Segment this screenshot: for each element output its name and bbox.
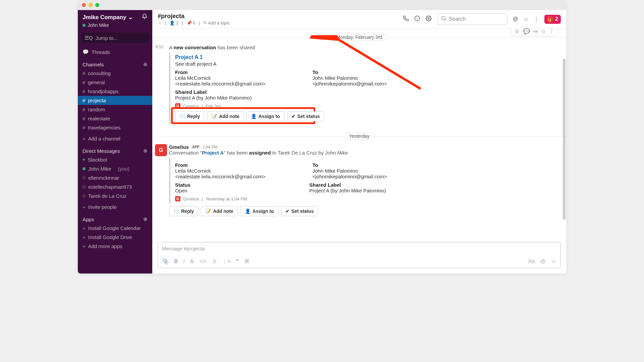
from-email: <realestate.leila.mccornick@gmail.com> xyxy=(175,174,266,179)
thread-reply-icon[interactable]: 💬 xyxy=(523,28,530,35)
dm-item[interactable]: ♥Slackbot xyxy=(78,155,152,164)
reply-button[interactable]: ✉️Reply xyxy=(169,206,198,216)
scrollbar[interactable] xyxy=(563,59,566,220)
more-actions-icon[interactable]: ⋮ xyxy=(549,28,554,35)
dm-item[interactable]: John Mike (you) xyxy=(78,164,152,173)
emoji-compose-icon[interactable]: ☺ xyxy=(551,258,556,264)
bookmark-icon[interactable]: ☆ xyxy=(541,28,546,35)
button-label: Assign to xyxy=(259,114,280,119)
star-icon[interactable]: ☆ xyxy=(158,20,162,25)
sidebar-channel[interactable]: general xyxy=(78,78,152,87)
app-label: Install Google Drive xyxy=(83,234,132,240)
message-attachment: Project A 1 See draft project A From Lei… xyxy=(169,53,444,124)
info-icon[interactable] xyxy=(414,15,420,23)
edit-topic-icon[interactable]: ✎ Add a topic xyxy=(203,20,230,25)
members-icon[interactable]: 👤 2 xyxy=(169,20,178,25)
call-icon[interactable] xyxy=(403,15,409,23)
add-app-icon[interactable]: ⊕ xyxy=(143,216,148,222)
add-note-button[interactable]: 📝Add note xyxy=(207,111,244,121)
dm-you-label: (you) xyxy=(118,166,129,172)
invite-people-item[interactable]: Invite people xyxy=(78,202,152,212)
code-icon[interactable]: </> xyxy=(199,258,207,264)
message-author: Gmelius xyxy=(169,144,189,150)
jump-to-input[interactable]: ☰Q Jump to... xyxy=(81,33,149,43)
set-status-button[interactable]: ✔Set status xyxy=(281,206,318,216)
sidebar-channel[interactable]: travelagencies xyxy=(78,123,152,132)
gift-icon: 🎁 xyxy=(547,16,554,22)
format-icon[interactable]: Aa xyxy=(528,258,535,264)
sidebar-channel[interactable]: realestate xyxy=(78,114,152,123)
ordered-list-icon[interactable]: ≣ xyxy=(212,258,217,264)
reply-button[interactable]: ✉️Reply xyxy=(175,111,204,121)
set-status-button[interactable]: ✔Set status xyxy=(287,111,324,121)
sidebar-channel[interactable]: hrandjobapps xyxy=(78,87,152,96)
channel-title: #projecta xyxy=(158,13,230,20)
maximize-window-button[interactable] xyxy=(95,3,99,7)
threads-icon: 💬 xyxy=(83,49,89,55)
dm-item[interactable]: ellenmckinnar xyxy=(78,173,152,182)
add-channel-item[interactable]: Add a channel xyxy=(78,134,152,143)
workspace-name: Jmike Company xyxy=(83,14,126,21)
note-icon: 📝 xyxy=(205,208,211,214)
members-count: 2 xyxy=(176,20,178,25)
strike-icon[interactable]: S xyxy=(190,258,194,264)
codeblock-icon[interactable]: ⌘ xyxy=(244,258,250,264)
search-input[interactable]: Search xyxy=(437,13,507,25)
threads-item[interactable]: 💬 Threads xyxy=(78,47,152,57)
add-note-button[interactable]: 📝Add note xyxy=(201,206,238,216)
presence-dot-icon xyxy=(83,194,86,197)
attachment-subtitle: See draft project A xyxy=(175,61,444,67)
assign-to-button[interactable]: 👤Assign to xyxy=(240,206,278,216)
email-icon: ✉️ xyxy=(179,114,185,119)
emoji-react-icon[interactable]: ☺ xyxy=(515,28,520,35)
assign-to-button[interactable]: 👤Assign to xyxy=(247,111,284,121)
attachment-title-link[interactable]: Project A 1 xyxy=(175,54,444,60)
status-label: Status xyxy=(175,182,262,188)
message-composer[interactable]: Message #projecta 📎 B I S </> ≣ ⋮≡ ❝ ⌘ xyxy=(158,242,561,268)
composer-placeholder: Message #projecta xyxy=(162,246,556,251)
apps-section-header[interactable]: Apps ⊕ xyxy=(78,212,152,224)
mention-compose-icon[interactable]: @ xyxy=(540,258,545,264)
app-item[interactable]: Add more apps xyxy=(78,242,152,251)
share-icon[interactable]: ⇨ xyxy=(533,28,538,35)
add-channel-icon[interactable]: ⊕ xyxy=(143,61,148,67)
dm-section-header[interactable]: Direct Messages ⊕ xyxy=(78,143,152,155)
app-item[interactable]: Install Google Calendar xyxy=(78,224,152,233)
chevron-down-icon: ⌄ xyxy=(128,14,133,21)
bell-icon[interactable] xyxy=(142,13,148,21)
star-header-icon[interactable]: ☆ xyxy=(524,16,528,22)
messages-list: ☺ 💬 ⇨ ☆ ⋮ Monday, February 3rd 6:52 A ne… xyxy=(152,28,566,242)
search-placeholder: Search xyxy=(449,16,466,22)
dm-item[interactable]: Tarek de La Cruz xyxy=(78,191,152,200)
button-label: Set status xyxy=(298,114,320,119)
sidebar-channel[interactable]: consulting xyxy=(78,69,152,78)
channels-section-header[interactable]: Channels ⊕ xyxy=(78,57,152,69)
pins-count: 0 xyxy=(193,20,195,25)
conversation-link[interactable]: Project A xyxy=(202,150,224,156)
bold-icon[interactable]: B xyxy=(174,258,178,264)
sidebar-channel[interactable]: random xyxy=(78,105,152,114)
presence-dot-icon xyxy=(83,24,86,27)
gift-button[interactable]: 🎁 2 xyxy=(544,15,561,24)
to-name: John Mike Palomino xyxy=(313,168,387,174)
close-window-button[interactable] xyxy=(82,3,86,7)
attach-icon[interactable]: 📎 xyxy=(162,258,169,264)
add-dm-icon[interactable]: ⊕ xyxy=(143,148,148,154)
italic-icon[interactable]: I xyxy=(183,258,185,264)
pins-icon[interactable]: 📌 0 xyxy=(186,20,196,25)
mention-icon[interactable]: @ xyxy=(513,16,518,22)
gear-icon[interactable] xyxy=(426,15,432,23)
message-text: Conversation "Project A" has been assign… xyxy=(169,150,553,156)
bullet-list-icon[interactable]: ⋮≡ xyxy=(222,258,230,264)
more-icon[interactable]: ⋮ xyxy=(534,16,539,22)
minimize-window-button[interactable] xyxy=(89,3,93,7)
invite-label: Invite people xyxy=(83,204,117,210)
dm-item[interactable]: estellechapman973 xyxy=(78,182,152,191)
from-name: Leila McCornick xyxy=(175,75,266,81)
workspace-header[interactable]: Jmike Company ⌄ xyxy=(78,10,152,22)
sidebar-channel-active[interactable]: projecta xyxy=(78,96,152,105)
date-divider: Monday, February 3rd xyxy=(152,35,566,40)
channel-label: random xyxy=(83,107,105,112)
app-item[interactable]: Install Google Drive xyxy=(78,233,152,242)
blockquote-icon[interactable]: ❝ xyxy=(236,258,239,264)
